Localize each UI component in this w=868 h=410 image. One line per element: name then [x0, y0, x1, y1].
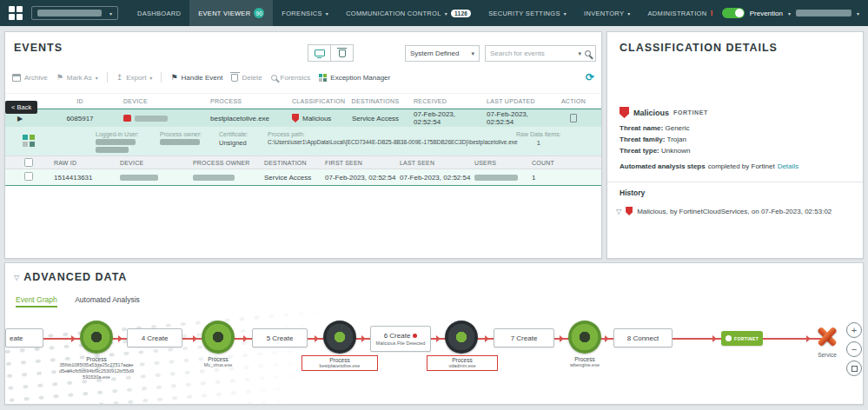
archive-button[interactable]: Archive — [12, 74, 48, 82]
col-action: ACTION — [556, 98, 591, 104]
edge-box[interactable]: 8 Connect — [613, 328, 673, 347]
edge-box-partial[interactable]: eate — [5, 328, 43, 347]
search-icon[interactable] — [585, 50, 591, 56]
arrow-icon — [71, 335, 76, 342]
events-title: EVENTS — [14, 42, 63, 54]
certificate-field: Certificate: Unsigned — [219, 131, 248, 147]
event-row[interactable]: ▶ 6085917 bestplacetolive.exe Malicious … — [5, 109, 601, 127]
process-owner-redacted — [160, 139, 200, 145]
edge-box[interactable]: 7 Create — [494, 328, 554, 347]
flag-icon: ⚑ — [56, 74, 63, 82]
advanced-data-panel: ▽ ADVANCED DATA Event Graph Automated An… — [4, 262, 864, 405]
nav-communication-control[interactable]: COMMUNICATION CONTROL▾1126 — [337, 0, 480, 26]
arrow-icon — [436, 335, 441, 342]
zoom-in-button[interactable]: + — [846, 322, 862, 338]
col-process-owner: PROCESS OWNER — [193, 160, 264, 166]
nav-security-settings[interactable]: SECURITY SETTINGS▾ — [480, 0, 575, 26]
trash-icon — [231, 74, 238, 82]
event-details-row: Logged-in User: Process owner: Certifica… — [5, 127, 601, 155]
nav-inventory[interactable]: INVENTORY▾ — [575, 0, 639, 26]
col-count: COUNT — [532, 160, 572, 166]
arrow-icon — [361, 335, 366, 342]
forensics-button[interactable]: Forensics — [271, 74, 311, 82]
monitor-view-button[interactable] — [308, 44, 331, 62]
verdict-label: Malicious — [633, 109, 669, 117]
raw-last-seen: 07-Feb-2023, 02:52:54 — [400, 174, 474, 182]
process-node[interactable] — [568, 321, 601, 354]
raw-id: 1514413631 — [54, 174, 120, 182]
process-node-label-flagged: Process bestplacetolive.exe — [301, 355, 378, 371]
tab-automated-analysis[interactable]: Automated Analysis — [75, 295, 140, 306]
event-process: bestplacetolive.exe — [198, 115, 287, 122]
malicious-dot-icon — [413, 334, 417, 338]
mode-label[interactable]: Prevention — [750, 10, 783, 17]
process-node-malicious[interactable] — [323, 321, 356, 354]
fortinet-destination-node[interactable]: FORTINET — [721, 331, 763, 346]
exception-manager-button[interactable]: Exception Manager — [319, 74, 390, 82]
logged-in-user-redacted — [96, 139, 136, 145]
export-button[interactable]: ↥Export▾ — [116, 74, 153, 82]
event-count-badge: 90 — [254, 8, 264, 18]
expand-arrow-icon[interactable]: ▶ — [17, 115, 23, 122]
handle-event-button[interactable]: ⚑Handle Event — [170, 74, 222, 82]
archive-icon — [12, 74, 21, 82]
process-path-field: Process path: C:\Users\user1\AppData\Loc… — [268, 131, 518, 145]
edge-box[interactable]: 4 Create — [127, 328, 182, 347]
delete-button[interactable]: Delete — [231, 74, 262, 82]
trash-view-button[interactable] — [330, 44, 354, 62]
search-input[interactable] — [490, 50, 574, 57]
classification-title: CLASSIFICATION DETAILS — [620, 42, 778, 54]
nav-event-viewer[interactable]: EVENT VIEWER90 — [189, 0, 273, 26]
filter-value: System Defined — [410, 50, 459, 57]
collapse-caret-icon[interactable]: ▽ — [616, 208, 621, 215]
mark-as-button[interactable]: ⚑Mark As▾ — [56, 74, 98, 82]
action-document-icon[interactable] — [570, 114, 577, 122]
chevron-down-icon: ▾ — [471, 50, 474, 57]
edge-box[interactable]: 5 Create — [252, 328, 308, 347]
col-last-updated: LAST UPDATED — [481, 98, 556, 104]
col-classification: CLASSIFICATION — [287, 98, 342, 104]
process-owner-field: Process owner: — [160, 131, 202, 145]
select-all-checkbox[interactable] — [24, 158, 33, 167]
alert-badge: ! — [710, 9, 712, 17]
back-button[interactable]: < Back — [5, 101, 37, 114]
filter-dropdown[interactable]: System Defined ▾ — [405, 45, 480, 62]
edge-box-malicious[interactable]: 6 Create Malicious File Detected — [370, 326, 431, 352]
history-entry[interactable]: ▽ Malicious, by FortinetCloudServices, o… — [616, 207, 832, 215]
history-title: History — [620, 188, 645, 197]
fit-view-button[interactable] — [846, 360, 862, 376]
raw-data-row[interactable]: 1514413631 Service Access 07-Feb-2023, 0… — [5, 169, 601, 186]
nav-forensics[interactable]: FORENSICS▾ — [273, 0, 337, 26]
magnifier-icon — [271, 75, 277, 81]
details-link[interactable]: Details — [778, 162, 798, 170]
app-logo-icon[interactable] — [9, 6, 23, 21]
advanced-tabs: Event Graph Automated Analysis — [16, 290, 154, 306]
zoom-out-button[interactable]: − — [846, 341, 862, 357]
row-checkbox[interactable] — [24, 172, 33, 181]
nav-administration[interactable]: ADMINISTRATION! — [639, 0, 722, 26]
toggle-knob — [735, 9, 744, 17]
process-node[interactable] — [202, 321, 235, 354]
nav-dashboard[interactable]: DASHBOARD — [129, 0, 189, 26]
org-selector-dropdown[interactable]: ▾ — [31, 6, 118, 20]
refresh-icon[interactable]: ⟳ — [586, 71, 594, 83]
chevron-down-icon: ▾ — [326, 10, 328, 17]
event-id: 6085917 — [49, 115, 111, 122]
process-node[interactable] — [80, 321, 113, 354]
trash-icon — [339, 50, 346, 57]
process-node-malicious[interactable] — [445, 321, 478, 354]
prevention-mode-toggle[interactable] — [722, 8, 745, 18]
arrow-icon — [243, 335, 248, 342]
arrow-icon — [712, 335, 717, 342]
flag-icon: ⚑ — [170, 74, 177, 82]
threat-name-row: Threat name: Generic — [620, 122, 690, 134]
service-node-icon[interactable] — [815, 324, 839, 348]
tab-event-graph[interactable]: Event Graph — [16, 295, 57, 308]
threat-details: Threat name: Generic Threat family: Troj… — [620, 122, 690, 156]
history-entry-text: Malicious, by FortinetCloudServices, on … — [637, 208, 832, 215]
chevron-down-icon: ▾ — [445, 10, 447, 17]
section-divider — [607, 182, 863, 182]
threat-type-row: Threat type: Unknown — [620, 145, 690, 156]
process-owner-redacted — [193, 175, 235, 181]
arrow-icon — [315, 335, 319, 342]
